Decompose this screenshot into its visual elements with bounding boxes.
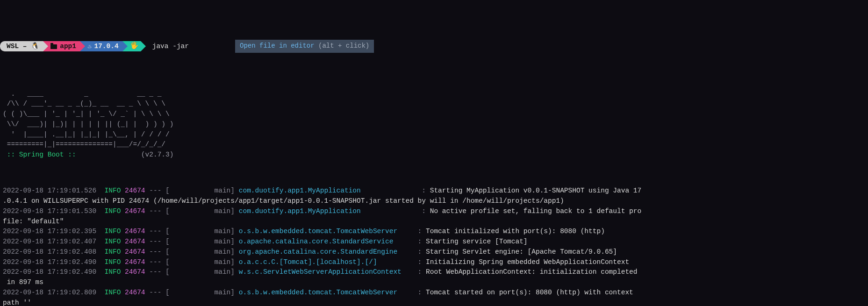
chevron-right-icon <box>80 41 85 51</box>
tooltip-text: Open file in editor <box>240 42 315 50</box>
log-level: INFO <box>105 207 121 215</box>
log-logger: o.a.c.c.C.[Tomcat].[localhost].[/] <box>239 258 377 266</box>
wsl-label: WSL – <box>7 43 31 50</box>
log-output[interactable]: 2022-09-18 17:19:01.526 INFO 24674 --- [… <box>0 186 868 306</box>
log-message: Tomcat initialized with port(s): 8080 (h… <box>426 228 605 235</box>
java-segment: ♨17.0.4 <box>80 41 122 51</box>
log-pid: 24674 <box>125 248 145 256</box>
log-message-wrap: in 897 ms <box>3 278 43 286</box>
ascii-art: . ____ _ __ _ _ /\\ / ___'_ __ _ _(_)_ _… <box>3 90 173 149</box>
log-thread: main <box>170 268 231 276</box>
log-level: INFO <box>105 248 121 256</box>
prompt-header: WSL – 🐧 app1 ♨17.0.4 🖐 java -jar xxxxxxx… <box>0 41 868 52</box>
log-level: INFO <box>105 268 121 276</box>
log-timestamp: 2022-09-18 17:19:01.526 <box>3 187 96 194</box>
log-logger: o.s.b.w.embedded.tomcat.TomcatWebServer <box>239 289 397 296</box>
log-pid: 24674 <box>125 289 145 296</box>
log-timestamp: 2022-09-18 17:19:02.395 <box>3 228 96 235</box>
log-thread: main <box>170 238 231 245</box>
log-logger: o.apache.catalina.core.StandardService <box>239 238 394 245</box>
log-message-wrap: path '' <box>3 299 31 306</box>
log-logger: o.s.b.w.embedded.tomcat.TomcatWebServer <box>239 228 397 235</box>
log-level: INFO <box>105 238 121 245</box>
log-message: Starting service [Tomcat] <box>426 238 528 245</box>
hand-icon: 🖐 <box>130 41 139 51</box>
log-pid: 24674 <box>125 258 145 266</box>
app-segment: app1 <box>43 41 80 51</box>
log-logger: org.apache.catalina.core.StandardEngine <box>239 248 397 256</box>
log-logger: com.duotify.app1.MyApplication <box>239 187 361 194</box>
folder-icon <box>50 44 57 49</box>
wsl-segment: WSL – 🐧 <box>0 41 43 51</box>
log-logger: w.s.c.ServletWebServerApplicationContext <box>239 268 402 276</box>
spring-version: (v2.7.3) <box>141 151 174 158</box>
log-timestamp: 2022-09-18 17:19:02.490 <box>3 268 96 276</box>
tooltip-hint: (alt + click) <box>315 42 370 50</box>
spring-boot-label: :: Spring Boot :: <box>3 151 80 158</box>
app-label: app1 <box>60 41 76 51</box>
log-timestamp: 2022-09-18 17:19:02.407 <box>3 238 96 245</box>
log-level: INFO <box>105 258 121 266</box>
chevron-right-icon <box>43 41 48 51</box>
chevron-right-icon <box>122 41 128 51</box>
log-thread: main <box>170 289 231 296</box>
log-pid: 24674 <box>125 228 145 235</box>
log-message: No active profile set, falling back to 1… <box>430 207 641 215</box>
chevron-right-icon <box>141 41 146 51</box>
log-thread: main <box>170 228 231 235</box>
log-message: Starting MyApplication v0.0.1-SNAPSHOT u… <box>430 187 641 194</box>
log-thread: main <box>170 207 231 215</box>
log-timestamp: 2022-09-18 17:19:02.408 <box>3 248 96 256</box>
log-pid: 24674 <box>125 238 145 245</box>
log-message: Starting Servlet engine: [Apache Tomcat/… <box>426 248 617 256</box>
open-file-tooltip[interactable]: Open file in editor (alt + click) <box>235 40 374 53</box>
log-timestamp: 2022-09-18 17:19:02.490 <box>3 258 96 266</box>
log-message-wrap: file: "default" <box>3 218 64 225</box>
java-version-label: 17.0.4 <box>94 41 118 51</box>
log-level: INFO <box>105 289 121 296</box>
log-message: Tomcat started on port(s): 8080 (http) w… <box>426 289 637 296</box>
log-thread: main <box>170 258 231 266</box>
log-pid: 24674 <box>125 207 145 215</box>
log-pid: 24674 <box>125 187 145 194</box>
log-timestamp: 2022-09-18 17:19:02.809 <box>3 289 96 296</box>
log-logger: com.duotify.app1.MyApplication <box>239 207 361 215</box>
log-level: INFO <box>105 187 121 194</box>
log-pid: 24674 <box>125 268 145 276</box>
log-thread: main <box>170 187 231 194</box>
log-message: Root WebApplicationContext: initializati… <box>426 268 637 276</box>
log-level: INFO <box>105 228 121 235</box>
log-timestamp: 2022-09-18 17:19:01.530 <box>3 207 96 215</box>
log-message: Initializing Spring embedded WebApplicat… <box>426 258 629 266</box>
log-message-wrap: .0.4.1 on WILLSUPERPC with PID 24674 (/h… <box>3 197 564 205</box>
log-thread: main <box>170 248 231 256</box>
spring-banner: . ____ _ __ _ _ /\\ / ___'_ __ _ _(_)_ _… <box>0 89 868 160</box>
java-icon: ♨ <box>87 41 91 51</box>
tux-icon: 🐧 <box>31 43 39 50</box>
